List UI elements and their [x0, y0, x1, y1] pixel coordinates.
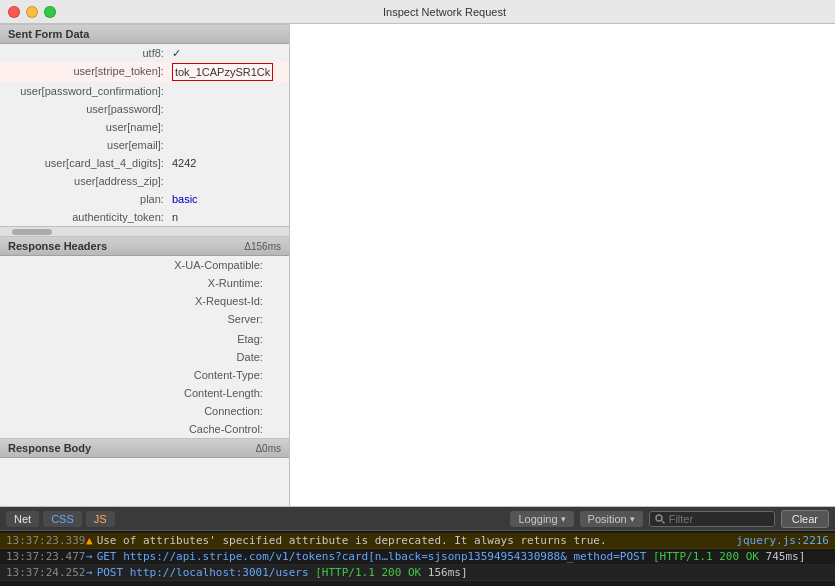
response-body-timing: Δ0ms — [255, 443, 281, 454]
minimize-button[interactable] — [26, 6, 38, 18]
row-value: 4242 — [168, 154, 289, 172]
tab-js[interactable]: JS — [86, 511, 115, 527]
clear-button[interactable]: Clear — [781, 510, 829, 528]
row-value: basic — [168, 190, 289, 208]
row-key: user[address_zip]: — [0, 172, 168, 190]
row-key: Content-Length: — [0, 384, 267, 402]
table-row: X-Runtime: — [0, 274, 289, 292]
console-log: 13:37:23.339 ▲ Use of attributes' specif… — [0, 531, 835, 586]
request-url[interactable]: https://api.stripe.com/v1/tokens?card[n…… — [123, 550, 646, 563]
row-value — [267, 310, 289, 328]
table-row: Date: — [0, 348, 289, 366]
info-icon: → — [86, 550, 93, 563]
table-row: X-UA-Compatible: — [0, 256, 289, 274]
token-value-span: tok_1CAPzySR1Ck — [172, 63, 273, 81]
row-key: authenticity_token: — [0, 208, 168, 226]
response-headers-timing: Δ156ms — [244, 241, 281, 252]
maximize-button[interactable] — [44, 6, 56, 18]
row-value — [267, 384, 289, 402]
row-value — [267, 366, 289, 384]
horizontal-scrollbar[interactable] — [0, 226, 289, 236]
table-row: Etag: — [0, 330, 289, 348]
row-key: user[email]: — [0, 136, 168, 154]
row-key: Content-Type: — [0, 366, 267, 384]
tab-js-label: JS — [94, 513, 107, 525]
row-key: user[card_last_4_digits]: — [0, 154, 168, 172]
table-row: plan: basic — [0, 190, 289, 208]
sent-form-data-table: utf8: ✓ user[stripe_token]: tok_1CAPzySR… — [0, 44, 289, 226]
request-url[interactable]: http://localhost:3001/users — [130, 566, 309, 579]
filter-input[interactable] — [669, 513, 769, 525]
response-headers-table: X-UA-Compatible: X-Runtime: X-Request-Id… — [0, 256, 289, 438]
logging-dropdown[interactable]: Logging — [510, 511, 573, 527]
row-key: X-UA-Compatible: — [0, 256, 267, 274]
svg-line-1 — [662, 521, 665, 524]
search-icon — [655, 514, 665, 524]
log-time: 13:37:23.339 — [6, 534, 86, 547]
table-row: utf8: ✓ — [0, 44, 289, 62]
row-value — [168, 172, 289, 190]
plan-link[interactable]: basic — [172, 193, 198, 205]
main-layout: Sent Form Data utf8: ✓ user[stripe_token… — [0, 24, 835, 506]
table-row: user[card_last_4_digits]: 4242 — [0, 154, 289, 172]
row-value — [267, 292, 289, 310]
tab-net[interactable]: Net — [6, 511, 39, 527]
position-dropdown[interactable]: Position — [580, 511, 643, 527]
position-label: Position — [588, 513, 627, 525]
console-area: Net CSS JS Logging Position Cle — [0, 506, 835, 586]
response-timing: 745ms] — [766, 550, 806, 563]
log-text: POST http://localhost:3001/users [HTTP/1… — [97, 566, 829, 579]
log-source[interactable]: jquery.js:2216 — [709, 534, 829, 547]
tab-css[interactable]: CSS — [43, 511, 82, 527]
log-time: 13:37:24.252 — [6, 566, 86, 579]
table-row: Server: — [0, 310, 289, 328]
log-line-get: 13:37:23.477 → GET https://api.stripe.co… — [0, 549, 835, 565]
http-method: GET — [97, 550, 117, 563]
table-row: Content-Type: — [0, 366, 289, 384]
row-key: utf8: — [0, 44, 168, 62]
table-row: user[address_zip]: — [0, 172, 289, 190]
filter-input-wrap — [649, 511, 775, 527]
console-toolbar: Net CSS JS Logging Position Cle — [0, 507, 835, 531]
row-value — [168, 82, 289, 100]
log-line-warning: 13:37:23.339 ▲ Use of attributes' specif… — [0, 533, 835, 549]
row-key: user[name]: — [0, 118, 168, 136]
table-row: X-Request-Id: — [0, 292, 289, 310]
scrollbar-thumb[interactable] — [12, 229, 52, 235]
row-value — [267, 402, 289, 420]
response-status: [HTTP/1.1 200 OK — [653, 550, 759, 563]
row-key: plan: — [0, 190, 168, 208]
row-key: Connection: — [0, 402, 267, 420]
row-key: Cache-Control: — [0, 420, 267, 438]
table-row: Cache-Control: — [0, 420, 289, 438]
right-panel — [290, 24, 835, 506]
tab-net-label: Net — [14, 513, 31, 525]
row-value: ✓ — [168, 44, 289, 62]
row-key: Etag: — [0, 330, 267, 348]
sent-form-data-label: Sent Form Data — [8, 28, 89, 40]
row-value — [267, 274, 289, 292]
stripe-token-row: user[stripe_token]: tok_1CAPzySR1Ck — [0, 62, 289, 82]
response-status: [HTTP/1.1 200 OK — [315, 566, 421, 579]
row-key: user[stripe_token]: — [0, 62, 168, 82]
response-body-label: Response Body — [8, 442, 91, 454]
tab-css-label: CSS — [51, 513, 74, 525]
log-time: 13:37:23.477 — [6, 550, 86, 563]
log-text: Use of attributes' specified attribute i… — [97, 534, 709, 547]
row-key: X-Runtime: — [0, 274, 267, 292]
log-line-post: 13:37:24.252 → POST http://localhost:300… — [0, 565, 835, 581]
warning-icon: ▲ — [86, 534, 93, 547]
row-key: Server: — [0, 310, 267, 328]
row-value: n — [168, 208, 289, 226]
logging-label: Logging — [518, 513, 557, 525]
close-button[interactable] — [8, 6, 20, 18]
row-value — [267, 348, 289, 366]
table-row: user[password_confirmation]: — [0, 82, 289, 100]
http-method: POST — [97, 566, 124, 579]
window-title: Inspect Network Request — [62, 6, 827, 18]
table-row: authenticity_token: n — [0, 208, 289, 226]
row-key: X-Request-Id: — [0, 292, 267, 310]
row-key: user[password]: — [0, 100, 168, 118]
left-panel: Sent Form Data utf8: ✓ user[stripe_token… — [0, 24, 290, 506]
window-titlebar: Inspect Network Request — [0, 0, 835, 24]
